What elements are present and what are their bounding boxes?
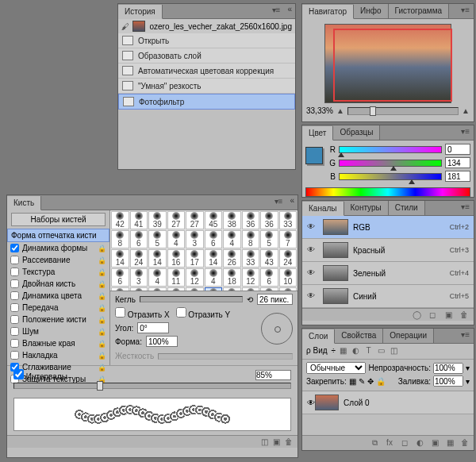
interval-slider[interactable] [13, 383, 291, 389]
brush-preset[interactable]: 6 [260, 268, 278, 287]
lock-icon[interactable]: 🔒 [98, 352, 106, 360]
history-item[interactable]: Автоматическая цветовая коррекция [118, 64, 295, 79]
flip-icon[interactable]: ⟲ [247, 295, 253, 304]
lock-transparent-icon[interactable]: ▦ [349, 377, 356, 386]
lock-icon[interactable]: 🔒 [98, 340, 106, 348]
channel-row[interactable]: ЗеленыйCtrl+4 [302, 262, 474, 285]
brush-preset[interactable]: 5 [148, 230, 167, 248]
mask-icon[interactable]: ◻ [400, 438, 409, 448]
brush-option-row[interactable]: Динамика формы🔒 [7, 242, 109, 254]
brush-preset[interactable]: 12 [186, 268, 204, 287]
navigator-preview[interactable] [324, 24, 451, 103]
brush-preset[interactable]: 3 [186, 230, 204, 248]
panel-menu-icon[interactable]: ▾≡ [457, 125, 474, 140]
new-channel-icon[interactable]: ▣ [443, 310, 454, 319]
brush-preset[interactable]: 42 [111, 211, 129, 229]
brush-option-row[interactable]: Текстура🔒 [7, 266, 109, 278]
blend-mode-select[interactable]: Обычные [306, 362, 366, 374]
zoom-slider[interactable] [347, 107, 459, 115]
brush-preset[interactable]: 33 [242, 249, 260, 268]
adjustment-icon[interactable]: ◐ [415, 438, 424, 448]
brush-preset[interactable]: 27 [167, 211, 186, 229]
lock-icon[interactable]: 🔒 [98, 364, 106, 372]
filter-adjust-icon[interactable]: ◐ [351, 346, 361, 356]
brush-preset[interactable]: 4 [223, 230, 241, 248]
tab-history[interactable]: История [118, 5, 163, 19]
history-item[interactable]: "Умная" резкость [118, 79, 295, 94]
brush-preset[interactable]: 18 [223, 268, 241, 287]
history-source-row[interactable]: 🖌 ozero_les_vecher_zakat_2560x1600.jpg [118, 19, 295, 33]
lock-icon[interactable]: 🔒 [98, 268, 106, 276]
channel-row[interactable]: КрасныйCtrl+3 [302, 239, 474, 262]
panel-menu-icon[interactable]: ▾≡ [457, 201, 474, 215]
new-layer-icon[interactable]: ▦ [445, 438, 455, 448]
tab-swatches[interactable]: Образцы [333, 125, 380, 140]
lock-icon[interactable]: 🔒 [98, 328, 106, 336]
trash-icon[interactable]: 🗑 [459, 310, 470, 319]
tab-layers[interactable]: Слои [302, 329, 335, 344]
brush-preset[interactable]: 24 [279, 249, 298, 268]
brush-preset[interactable]: 36 [260, 211, 278, 229]
flip-x-checkbox[interactable]: Отразить X [115, 307, 170, 319]
brush-preset[interactable]: 3 [130, 268, 148, 287]
brush-option-row[interactable]: Передача🔒 [7, 302, 109, 314]
option-checkbox[interactable] [10, 244, 19, 252]
navigator-viewbox[interactable] [333, 29, 452, 102]
brush-preset[interactable]: 12 [242, 268, 260, 287]
brush-preset[interactable]: 27 [186, 211, 204, 229]
option-checkbox[interactable] [10, 339, 19, 348]
eye-icon[interactable] [307, 222, 318, 232]
lock-icon[interactable]: 🔒 [98, 280, 106, 288]
tab-channels[interactable]: Каналы [302, 202, 344, 216]
hardness-slider[interactable] [158, 353, 293, 360]
tab-actions[interactable]: Операции [383, 329, 434, 343]
chevron-down-icon[interactable]: ▾ [466, 377, 470, 386]
brush-preset[interactable]: 14 [205, 249, 223, 268]
r-slider[interactable] [339, 146, 442, 153]
brush-option-row[interactable]: Влажные края🔒 [7, 337, 109, 349]
fx-icon[interactable]: fx [385, 438, 394, 448]
close-icon[interactable]: « [284, 4, 295, 18]
brush-preset[interactable]: 7 [279, 230, 298, 248]
brush-preset[interactable]: 26 [223, 249, 241, 268]
history-item[interactable]: Образовать слой [118, 48, 295, 64]
option-checkbox[interactable] [10, 327, 19, 336]
history-item[interactable]: Открыть [118, 33, 295, 48]
load-selection-icon[interactable]: ◯ [411, 310, 422, 319]
interval-checkbox[interactable]: Интервалы [13, 369, 67, 381]
link-icon[interactable]: ⧉ [370, 438, 379, 448]
brush-preset[interactable]: 6 [130, 230, 148, 248]
tab-styles[interactable]: Стили [389, 201, 425, 215]
tab-info[interactable]: Инфо [354, 4, 389, 18]
g-slider[interactable] [339, 160, 442, 167]
tab-brush[interactable]: Кисть [7, 196, 41, 210]
angle-wheel[interactable] [261, 313, 293, 345]
lock-icon[interactable]: 🔒 [98, 244, 106, 252]
brush-preset[interactable]: 11 [167, 268, 186, 287]
opacity-input[interactable] [433, 363, 463, 374]
brush-preset[interactable]: 38 [223, 211, 241, 229]
brush-option-row[interactable]: Накладка🔒 [7, 349, 109, 361]
panel-menu-icon[interactable]: ▾≡ [457, 329, 474, 343]
brush-preset[interactable]: 45 [205, 211, 223, 229]
panel-menu-icon[interactable]: ▾≡ [268, 4, 285, 18]
brush-option-row[interactable]: Шум🔒 [7, 325, 109, 337]
brush-preset[interactable]: 4 [167, 230, 186, 248]
brush-preset[interactable]: 5 [260, 230, 278, 248]
option-checkbox[interactable] [10, 315, 19, 324]
b-slider[interactable] [339, 173, 442, 180]
brush-tip-shape-header[interactable]: Форма отпечатка кисти [7, 229, 109, 242]
lock-icon[interactable]: 🔒 [98, 316, 106, 324]
brush-preset[interactable]: 4 [148, 268, 167, 287]
eye-icon[interactable] [307, 268, 318, 278]
angle-input[interactable] [137, 322, 169, 333]
zoom-out-icon[interactable]: ▲ [336, 106, 344, 115]
brush-preset[interactable]: 6 [205, 230, 223, 248]
tab-color[interactable]: Цвет [302, 126, 333, 141]
brush-preset[interactable]: 14 [148, 249, 167, 268]
b-input[interactable] [445, 171, 470, 182]
layer-name[interactable]: Слой 0 [344, 398, 370, 407]
trash-icon[interactable]: 🗑 [285, 437, 293, 446]
brush-preset[interactable]: 16 [167, 249, 186, 268]
brush-option-row[interactable]: Двойная кисть🔒 [7, 278, 109, 290]
